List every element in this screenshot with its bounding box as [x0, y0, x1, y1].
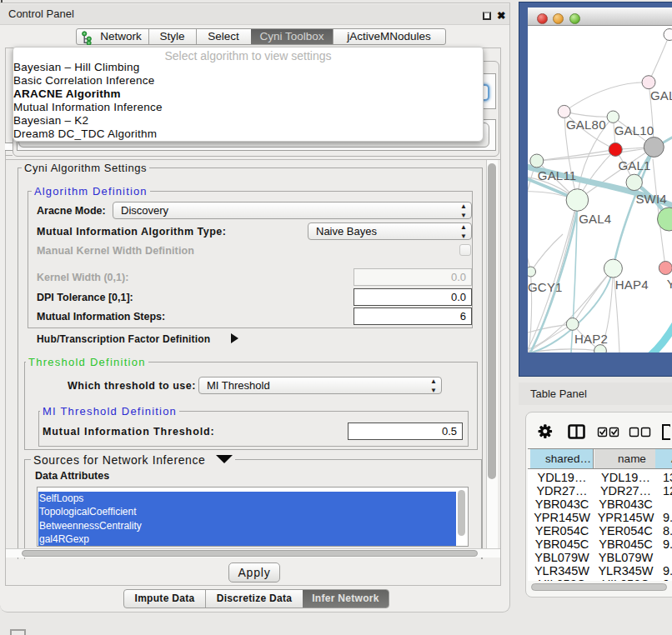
svg-text:HAP4: HAP4 — [615, 278, 649, 292]
svg-text:GCY1: GCY1 — [528, 280, 563, 294]
svg-text:GAL1: GAL1 — [618, 158, 650, 172]
svg-text:Y: Y — [667, 277, 672, 291]
svg-text:GAL11: GAL11 — [538, 168, 577, 182]
svg-text:HAP2: HAP2 — [574, 332, 608, 346]
svg-text:GAL80: GAL80 — [566, 118, 606, 132]
svg-text:GAL4: GAL4 — [579, 212, 611, 226]
svg-text:GAL10: GAL10 — [614, 123, 654, 138]
svg-text:SWI4: SWI4 — [635, 192, 666, 206]
svg-text:GAL7: GAL7 — [650, 88, 672, 102]
